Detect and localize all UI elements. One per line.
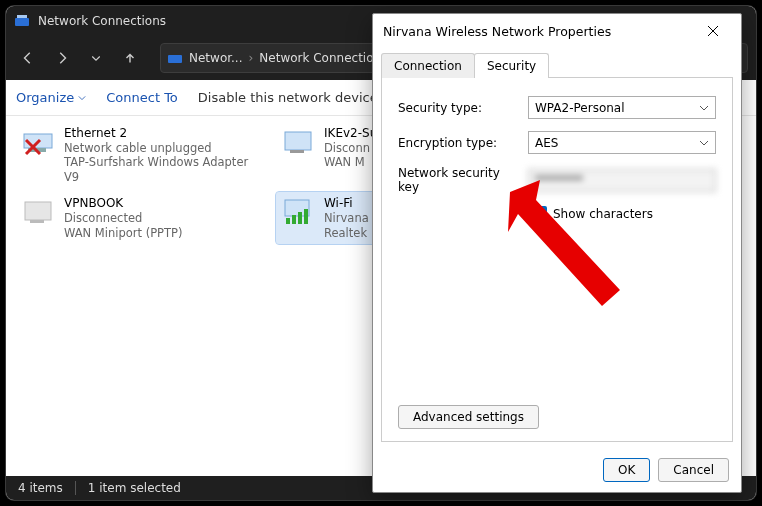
network-key-label: Network security key bbox=[398, 166, 518, 194]
close-icon bbox=[707, 25, 719, 37]
organize-menu[interactable]: Organize bbox=[16, 90, 86, 105]
connect-to-button[interactable]: Connect To bbox=[106, 90, 178, 105]
breadcrumb-icon bbox=[167, 50, 183, 66]
tab-security[interactable]: Security bbox=[474, 53, 549, 78]
svg-rect-8 bbox=[290, 150, 304, 153]
up-button[interactable] bbox=[116, 44, 144, 72]
dialog-title: Nirvana Wireless Network Properties bbox=[383, 24, 611, 39]
nic-icon bbox=[22, 196, 58, 228]
breadcrumb-seg[interactable]: Networ... bbox=[189, 51, 243, 65]
chevron-right-icon: › bbox=[245, 51, 258, 65]
svg-rect-7 bbox=[285, 132, 311, 150]
cancel-button[interactable]: Cancel bbox=[658, 458, 729, 482]
close-button[interactable] bbox=[695, 18, 731, 44]
svg-rect-13 bbox=[292, 215, 296, 224]
wifi-properties-dialog: Nirvana Wireless Network Properties Conn… bbox=[372, 13, 742, 493]
disable-device-button[interactable]: Disable this network device bbox=[198, 90, 378, 105]
window-icon bbox=[14, 13, 30, 29]
tab-connection[interactable]: Connection bbox=[381, 53, 475, 78]
check-icon bbox=[534, 208, 545, 219]
encryption-type-label: Encryption type: bbox=[398, 136, 518, 150]
breadcrumb-seg[interactable]: Network Connections bbox=[259, 51, 387, 65]
chevron-down-icon bbox=[699, 103, 709, 113]
svg-rect-1 bbox=[17, 15, 27, 18]
nic-icon bbox=[282, 126, 318, 158]
show-characters-checkbox[interactable] bbox=[532, 206, 547, 221]
tabs: Connection Security bbox=[373, 52, 741, 77]
recent-button[interactable] bbox=[82, 44, 110, 72]
selection-count: 1 item selected bbox=[88, 481, 181, 495]
security-type-label: Security type: bbox=[398, 101, 518, 115]
nic-icon bbox=[22, 126, 58, 158]
back-button[interactable] bbox=[14, 44, 42, 72]
adapter-vpnbook[interactable]: VPNBOOK Disconnected WAN Miniport (PPTP) bbox=[16, 192, 266, 244]
wifi-nic-icon bbox=[282, 196, 318, 228]
items-count: 4 items bbox=[18, 481, 63, 495]
svg-rect-12 bbox=[286, 218, 290, 224]
svg-rect-10 bbox=[30, 220, 44, 223]
svg-rect-14 bbox=[298, 212, 302, 224]
svg-rect-15 bbox=[304, 209, 308, 224]
chevron-down-icon bbox=[78, 94, 86, 102]
dialog-buttons: OK Cancel bbox=[373, 450, 741, 492]
svg-rect-2 bbox=[168, 55, 182, 63]
dialog-titlebar: Nirvana Wireless Network Properties bbox=[373, 14, 741, 48]
adapter-ethernet2[interactable]: Ethernet 2 Network cable unplugged TAP-S… bbox=[16, 122, 266, 188]
forward-button[interactable] bbox=[48, 44, 76, 72]
security-type-dropdown[interactable]: WPA2-Personal bbox=[528, 96, 716, 119]
svg-rect-0 bbox=[15, 18, 29, 26]
chevron-down-icon bbox=[699, 138, 709, 148]
svg-rect-9 bbox=[25, 202, 51, 220]
security-panel: Security type: WPA2-Personal Encryption … bbox=[381, 77, 733, 442]
show-characters-label[interactable]: Show characters bbox=[553, 207, 653, 221]
encryption-type-dropdown[interactable]: AES bbox=[528, 131, 716, 154]
network-key-input[interactable]: ******** bbox=[528, 169, 716, 192]
advanced-settings-button[interactable]: Advanced settings bbox=[398, 405, 539, 429]
ok-button[interactable]: OK bbox=[603, 458, 650, 482]
window-title: Network Connections bbox=[38, 14, 166, 28]
